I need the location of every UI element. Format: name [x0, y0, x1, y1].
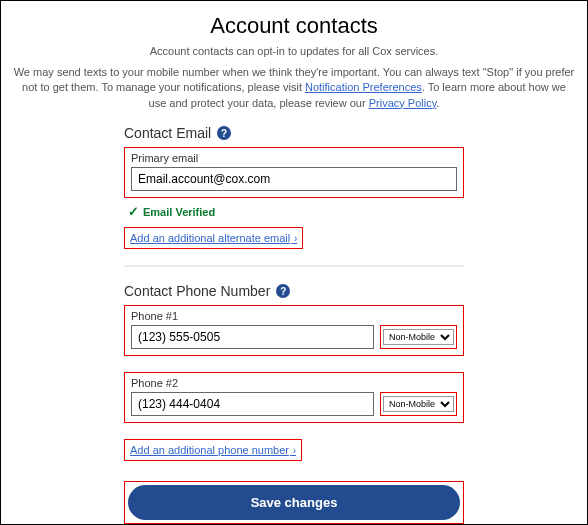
phone-1-type-select[interactable]: Non-Mobile	[383, 329, 454, 345]
contact-email-heading-text: Contact Email	[124, 125, 211, 141]
add-email-link-text: Add an additional alternate email	[130, 232, 290, 244]
contact-email-heading: Contact Email ?	[124, 125, 464, 141]
save-button[interactable]: Save changes	[128, 485, 460, 520]
contact-phone-heading: Contact Phone Number ?	[124, 283, 464, 299]
primary-email-group: Primary email	[124, 147, 464, 198]
phone-2-input[interactable]	[131, 392, 374, 416]
add-phone-number-link[interactable]: Add an additional phone number ›	[130, 444, 296, 456]
add-alternate-email-link[interactable]: Add an additional alternate email ›	[130, 232, 297, 244]
phone-1-type-wrap: Non-Mobile	[380, 325, 457, 349]
section-divider	[124, 265, 464, 267]
email-verified-row: ✓ Email Verified	[128, 204, 464, 219]
page-subtitle: Account contacts can opt-in to updates f…	[9, 45, 579, 57]
disclaimer-part3: .	[436, 97, 439, 109]
add-phone-link-text: Add an additional phone number	[130, 444, 289, 456]
chevron-right-icon: ›	[291, 233, 297, 244]
checkmark-icon: ✓	[128, 204, 139, 219]
add-phone-link-wrap: Add an additional phone number ›	[124, 439, 302, 461]
help-icon[interactable]: ?	[276, 284, 290, 298]
phone-1-input[interactable]	[131, 325, 374, 349]
phone-2-type-wrap: Non-Mobile	[380, 392, 457, 416]
page-title: Account contacts	[9, 13, 579, 39]
phone-2-group: Phone #2 Non-Mobile	[124, 372, 464, 423]
contact-phone-heading-text: Contact Phone Number	[124, 283, 270, 299]
chevron-right-icon: ›	[290, 445, 296, 456]
help-icon[interactable]: ?	[217, 126, 231, 140]
phone-2-type-select[interactable]: Non-Mobile	[383, 396, 454, 412]
privacy-policy-link[interactable]: Privacy Policy	[369, 97, 437, 109]
save-button-wrap: Save changes	[124, 481, 464, 524]
primary-email-label: Primary email	[131, 152, 457, 164]
phone-2-label: Phone #2	[131, 377, 457, 389]
phone-1-label: Phone #1	[131, 310, 457, 322]
notification-preferences-link[interactable]: Notification Preferences	[305, 81, 422, 93]
email-verified-text: Email Verified	[143, 206, 215, 218]
add-email-link-wrap: Add an additional alternate email ›	[124, 227, 303, 249]
disclaimer-text: We may send texts to your mobile number …	[9, 65, 579, 111]
phone-1-group: Phone #1 Non-Mobile	[124, 305, 464, 356]
primary-email-input[interactable]	[131, 167, 457, 191]
